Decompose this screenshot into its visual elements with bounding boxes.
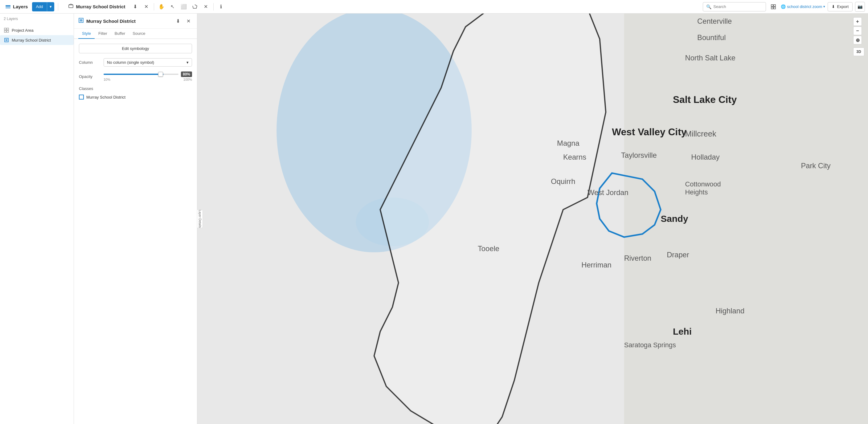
grid-view-btn[interactable] — [769, 2, 778, 12]
column-select[interactable]: No column (single symbol) ▾ — [103, 58, 192, 67]
hand-tool[interactable]: ✋ — [157, 2, 166, 12]
svg-text:Heights: Heights — [685, 188, 708, 196]
download-tool[interactable]: ⬇ — [130, 2, 140, 12]
svg-rect-5 — [774, 5, 776, 6]
layer-detail-panel: Murray School District ⬇ ✕ Style Filter … — [74, 13, 197, 424]
svg-text:Herriman: Herriman — [581, 261, 612, 269]
main-area: 2 Layers Project Area Murray School Di — [0, 13, 868, 424]
svg-text:Saratoga Springs: Saratoga Springs — [624, 341, 676, 349]
opacity-max: 100% — [183, 78, 192, 81]
layer-detail-icon — [78, 18, 84, 24]
reset-view-btn[interactable]: ⊕ — [853, 36, 862, 44]
info-tool[interactable]: ℹ — [216, 2, 226, 12]
search-icon: 🔍 — [706, 4, 711, 9]
tab-buffer[interactable]: Buffer — [111, 29, 129, 39]
svg-text:Draper: Draper — [667, 251, 689, 259]
map-name-area: Murray School District — [68, 3, 125, 10]
sidebar: 2 Layers Project Area Murray School Di — [0, 13, 74, 424]
export-label: Export — [837, 4, 848, 9]
opacity-slider-wrap: 80% 10% 100% — [103, 71, 192, 81]
svg-text:Highland: Highland — [715, 307, 744, 315]
svg-rect-10 — [4, 31, 6, 32]
zoom-icon: 🌐 — [781, 4, 786, 9]
svg-text:Magna: Magna — [557, 139, 580, 147]
search-box[interactable]: 🔍 — [703, 2, 766, 11]
rectangle-select-tool[interactable]: ⬜ — [179, 2, 189, 12]
map-icon — [68, 3, 74, 10]
svg-rect-3 — [69, 5, 73, 8]
svg-rect-1 — [5, 6, 10, 7]
layers-icon — [5, 4, 11, 10]
layer-detail-title: Murray School District — [86, 19, 171, 24]
app-logo: Layers — [3, 4, 30, 10]
layer-count: 2 Layers — [4, 17, 70, 21]
svg-text:Park City: Park City — [801, 162, 830, 170]
opacity-label: Opacity — [79, 74, 100, 79]
tabs: Style Filter Buffer Source — [74, 29, 197, 39]
svg-text:Sandy: Sandy — [660, 214, 688, 224]
close-map-tool[interactable]: ✕ — [201, 2, 211, 12]
svg-text:Bountiful: Bountiful — [697, 34, 725, 42]
close-layer-btn[interactable]: ✕ — [184, 17, 193, 25]
project-area-label: Project Area — [12, 28, 34, 33]
export-button[interactable]: ⬇ Export — [828, 2, 852, 11]
opacity-min: 10% — [103, 78, 110, 81]
tab-source[interactable]: Source — [129, 29, 149, 39]
svg-text:Cottonwood: Cottonwood — [685, 180, 721, 188]
toggle-3d-btn[interactable]: 3D — [853, 47, 864, 56]
zoom-label: school district zoom — [787, 4, 822, 9]
opacity-labels: 10% 100% — [103, 78, 192, 81]
class-swatch — [79, 95, 84, 100]
svg-rect-8 — [4, 28, 6, 30]
screenshot-button[interactable]: 📷 — [855, 2, 865, 12]
topbar-right: 🔍 🌐 school district zoom ▾ ⬇ Export 📷 — [703, 2, 865, 12]
class-name: Murray School District — [86, 95, 125, 100]
svg-text:Tooele: Tooele — [478, 244, 499, 253]
camera-icon: 📷 — [858, 4, 863, 9]
zoom-selector[interactable]: 🌐 school district zoom ▾ — [781, 4, 825, 9]
murray-layer-icon — [4, 37, 9, 43]
cursor-tool[interactable]: ↖ — [168, 2, 178, 12]
topbar-divider-3 — [213, 3, 214, 10]
svg-text:West Valley City: West Valley City — [612, 126, 687, 137]
map-tools: ⬇ ✕ ✋ ↖ ⬜ ✕ ℹ — [130, 2, 226, 12]
layer-details-tab-label: Layer Details — [198, 210, 202, 228]
class-item-murray: Murray School District — [79, 93, 192, 101]
svg-point-13 — [5, 39, 7, 41]
search-input[interactable] — [713, 4, 763, 9]
add-button[interactable]: Add ▾ — [32, 2, 54, 11]
polygon-tool[interactable] — [190, 2, 200, 12]
map-controls: + − ⊕ 3D — [853, 17, 864, 56]
sidebar-item-murray[interactable]: Murray School District — [0, 35, 74, 45]
opacity-value: 80% — [181, 71, 192, 77]
svg-text:North Salt Lake: North Salt Lake — [685, 54, 736, 62]
classes-label: Classes — [79, 86, 192, 91]
sidebar-item-project-area[interactable]: Project Area — [0, 25, 74, 35]
close-panel-tool[interactable]: ✕ — [142, 2, 151, 12]
svg-text:Holladay: Holladay — [691, 153, 719, 161]
edit-symbology-btn[interactable]: Edit symbology — [79, 44, 192, 53]
topbar-divider-2 — [154, 3, 154, 10]
column-caret: ▾ — [186, 60, 189, 65]
zoom-out-btn[interactable]: − — [853, 27, 862, 35]
opacity-slider[interactable] — [103, 74, 179, 75]
svg-text:Centerville: Centerville — [697, 17, 732, 25]
layer-details-tab[interactable]: Layer Details — [197, 209, 203, 228]
svg-text:Riverton: Riverton — [624, 254, 651, 262]
map-area[interactable]: Layer Details Antelope Island Centervill… — [197, 13, 868, 424]
tab-filter[interactable]: Filter — [95, 29, 111, 39]
column-label: Column — [79, 60, 100, 65]
murray-layer-label: Murray School District — [12, 38, 51, 42]
zoom-in-btn[interactable]: + — [853, 17, 862, 26]
project-area-icon — [4, 27, 9, 33]
map-svg: Antelope Island Centerville Bountiful No… — [197, 13, 868, 424]
svg-text:Kearns: Kearns — [563, 153, 586, 161]
column-row: Column No column (single symbol) ▾ — [79, 58, 192, 67]
save-layer-btn[interactable]: ⬇ — [174, 17, 182, 25]
classes-section: Classes Murray School District — [79, 86, 192, 101]
tab-style[interactable]: Style — [78, 29, 95, 39]
svg-text:Oquirrh: Oquirrh — [551, 177, 575, 186]
svg-text:Lehi: Lehi — [673, 326, 692, 336]
svg-text:Millcreek: Millcreek — [685, 129, 717, 138]
export-icon: ⬇ — [832, 4, 835, 9]
